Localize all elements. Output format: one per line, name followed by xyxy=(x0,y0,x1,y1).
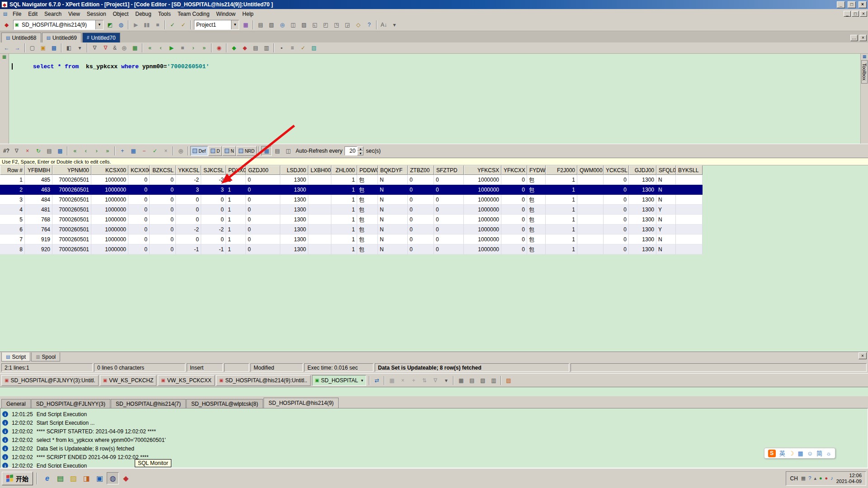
table-cell[interactable]: 1300 xyxy=(629,235,656,244)
table-cell[interactable]: 1300 xyxy=(280,225,308,235)
column-header[interactable]: BZKCSL xyxy=(150,165,176,175)
table-cell[interactable]: 8 xyxy=(0,244,25,254)
check-syntax-icon[interactable]: ✓ xyxy=(167,20,178,30)
sql-monitor-window-icon[interactable]: ◰ xyxy=(321,20,331,30)
ime-mode-toggle[interactable]: 英 xyxy=(779,450,785,456)
table-cell[interactable]: 0 xyxy=(604,205,629,215)
close-results-button[interactable]: × xyxy=(859,352,867,359)
table-cell[interactable]: 0 xyxy=(408,225,434,235)
table-cell[interactable]: 3 xyxy=(176,185,201,195)
table-cell[interactable] xyxy=(676,175,703,185)
table-cell[interactable]: 0 xyxy=(434,185,464,195)
split-view-icon[interactable]: ◫ xyxy=(283,146,293,156)
table-cell[interactable]: 4 xyxy=(0,205,25,215)
grid-mode-nrd-toggle[interactable]: NRD xyxy=(236,146,257,156)
next-record-icon[interactable]: › xyxy=(188,43,198,53)
table-cell[interactable]: 1 xyxy=(331,225,357,235)
output-tab[interactable]: SD_HOSPITAL@FJLNYY(3) xyxy=(31,399,110,408)
session-button[interactable]: ▣SD_HOSPITAL@FJLNYY(3):Untitl. xyxy=(1,375,99,386)
output-window-icon[interactable]: ◱ xyxy=(310,20,320,30)
table-cell[interactable]: 7000260501 xyxy=(52,235,91,244)
table-cell[interactable] xyxy=(577,215,604,225)
menu-item-window[interactable]: Window xyxy=(213,10,239,18)
table-cell[interactable]: 1 xyxy=(546,175,577,185)
forward-icon[interactable]: → xyxy=(12,43,23,53)
column-header[interactable]: LSDJ00 xyxy=(280,165,308,175)
table-cell[interactable]: 1300 xyxy=(629,225,656,235)
open-connection-icon[interactable]: ◍ xyxy=(116,20,126,30)
sql-editor[interactable]: ▦ select * from ks_ypkcxx where ypnm00='… xyxy=(0,54,868,144)
optimize-sql-icon[interactable]: ✓ xyxy=(178,20,189,30)
spin-down-icon[interactable]: ▼ xyxy=(357,151,363,155)
table-cell[interactable]: 0 xyxy=(501,225,527,235)
table-cell[interactable]: 1300 xyxy=(280,244,308,254)
table-cell[interactable]: 1300 xyxy=(280,175,308,185)
commit-icon[interactable]: ◆ xyxy=(229,43,239,53)
sogou-ime-icon[interactable]: S xyxy=(768,450,776,457)
table-cell[interactable]: N xyxy=(378,235,408,244)
table-row[interactable]: 89207000260501100000000-1-11013001包N0010… xyxy=(0,244,703,254)
describe-object-icon[interactable]: ◫ xyxy=(288,20,298,30)
column-header[interactable]: GZDJ00 xyxy=(246,165,280,175)
table-cell[interactable]: 1300 xyxy=(280,235,308,244)
snapshot-icon[interactable]: ▨ xyxy=(309,43,319,53)
table-cell[interactable]: 0 xyxy=(408,185,434,195)
table-cell[interactable]: 1000000 xyxy=(464,244,501,254)
new-file-icon[interactable]: ▢ xyxy=(27,43,38,53)
table-cell[interactable] xyxy=(577,175,604,185)
table-cell[interactable] xyxy=(308,244,331,254)
table-cell[interactable]: N xyxy=(656,185,676,195)
table-cell[interactable]: 包 xyxy=(357,244,378,254)
table-cell[interactable]: 0 xyxy=(128,175,150,185)
table-cell[interactable]: N xyxy=(378,205,408,215)
table-cell[interactable]: 1 xyxy=(331,205,357,215)
table-cell[interactable]: -2 xyxy=(201,175,226,185)
snapshot-icon[interactable]: ▨ xyxy=(503,375,514,385)
results-grid[interactable]: Row #YFBMBHYPNM00KCSX00KCXX00BZKCSLYKKCS… xyxy=(0,165,703,254)
table-cell[interactable]: 0 xyxy=(128,195,150,205)
table-cell[interactable]: 6 xyxy=(0,225,25,235)
grid-view-icon[interactable]: ▦ xyxy=(261,146,272,156)
last-row-icon[interactable]: » xyxy=(102,146,113,156)
table-cell[interactable]: 0 xyxy=(501,195,527,205)
session-selector[interactable]: ▣ SD_HOSPITAL@his214(9) ▼ xyxy=(13,20,104,30)
sqlnav-document-icon[interactable]: ▣ xyxy=(94,472,106,484)
table-cell[interactable] xyxy=(676,205,703,215)
doc-tab-untitled70[interactable]: #Untitled70 xyxy=(82,33,120,42)
table-cell[interactable]: 0 xyxy=(408,235,434,244)
ime-charset-toggle[interactable]: 简 xyxy=(816,450,822,456)
table-cell[interactable]: 包 xyxy=(527,225,546,235)
grid-window-icon[interactable]: ▦ xyxy=(456,375,466,385)
rollback-icon[interactable]: ◆ xyxy=(240,43,250,53)
menu-item-search[interactable]: Search xyxy=(41,10,65,18)
grid-mode-d-toggle[interactable]: D xyxy=(208,146,222,156)
doc-tab-untitled69[interactable]: ▤Untitled69 xyxy=(42,33,82,42)
export-icon[interactable]: ▥ xyxy=(488,375,499,385)
table-cell[interactable]: N xyxy=(378,225,408,235)
table-cell[interactable]: 0 xyxy=(434,215,464,225)
table-cell[interactable] xyxy=(308,225,331,235)
table-cell[interactable]: 1 xyxy=(546,235,577,244)
table-cell[interactable]: 0 xyxy=(150,195,176,205)
table-cell[interactable]: 0 xyxy=(246,175,280,185)
output-tab[interactable]: SD_HOSPITAL@his214(9) xyxy=(264,398,339,408)
table-row[interactable]: 24637000260501100000000331013001包N001000… xyxy=(0,185,703,195)
minimize-button[interactable]: _ xyxy=(837,1,845,8)
column-header[interactable]: FYDW00 xyxy=(527,165,546,175)
print-icon[interactable]: ▤ xyxy=(250,43,261,53)
project-manager-icon[interactable]: ▦ xyxy=(241,20,251,30)
project-selector[interactable]: Project1 ▼ xyxy=(194,20,239,30)
table-cell[interactable]: 0 xyxy=(246,235,280,244)
column-header[interactable]: Row # xyxy=(0,165,25,175)
table-row[interactable]: 44817000260501100000000001013001包N001000… xyxy=(0,205,703,215)
db-navigator-icon[interactable]: ▤ xyxy=(255,20,266,30)
auto-refresh-spinbox[interactable]: 20 ▲ ▼ xyxy=(344,146,363,155)
first-row-icon[interactable]: « xyxy=(70,146,80,156)
table-cell[interactable]: 0 xyxy=(246,225,280,235)
table-row[interactable]: 67647000260501100000000-2-21013001包N0010… xyxy=(0,225,703,235)
save-file-icon[interactable]: ▩ xyxy=(49,43,59,53)
table-cell[interactable]: 0 xyxy=(150,175,176,185)
table-cell[interactable]: 1000000 xyxy=(91,225,128,235)
column-header[interactable]: YCKCSL xyxy=(604,165,629,175)
table-cell[interactable]: N xyxy=(656,235,676,244)
